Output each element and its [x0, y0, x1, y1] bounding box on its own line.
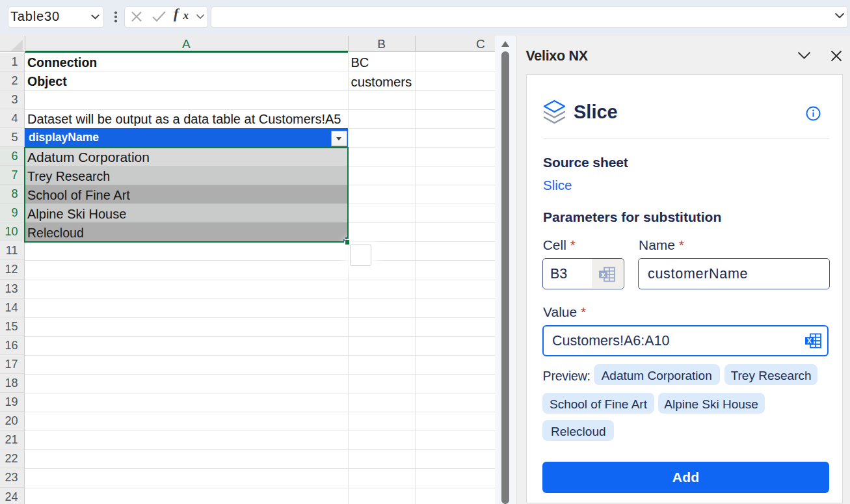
svg-text:x: x: [602, 270, 605, 278]
svg-text:X: X: [807, 337, 812, 345]
